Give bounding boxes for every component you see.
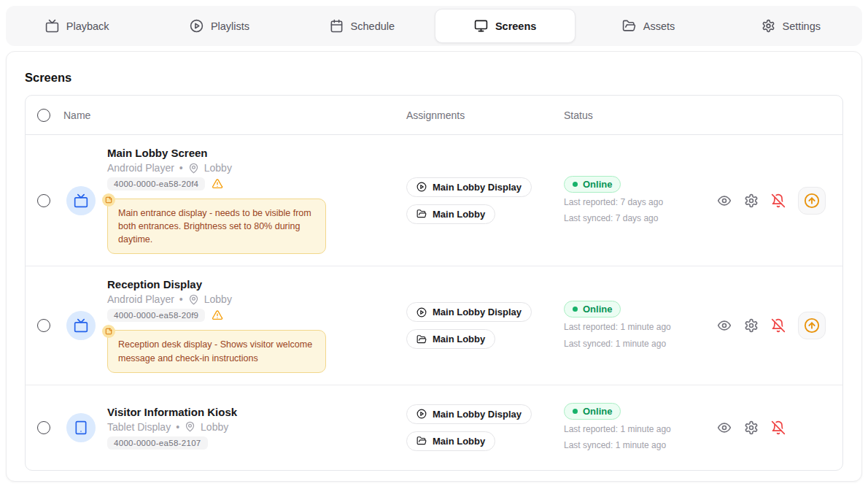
monitor-icon [474,19,488,33]
last-reported: Last reported: 1 minute ago [564,321,671,334]
device-id-badge: 4000-0000-ea58-20f4 [107,177,205,190]
assignment-label: Main Lobby [433,209,485,220]
player-type: Android Player [107,293,174,305]
screen-name: Main Lobby Screen [107,147,326,159]
circle-arrow-up-icon [804,193,820,209]
last-synced: Last synced: 1 minute ago [564,338,666,350]
screen-avatar [66,186,96,215]
screens-table: Name Assignments Status Main Lobby Scree… [25,95,843,471]
assignment-label: Main Lobby [433,334,485,344]
location-label: Lobby [204,293,232,305]
map-pin-icon [188,163,199,174]
gear-icon [762,19,775,33]
tab-schedule[interactable]: Schedule [292,9,432,43]
top-nav: Playback Playlists Schedule Screens Asse… [6,6,862,46]
assignment-folder-chip[interactable]: Main Lobby [406,204,495,224]
gear-icon [744,318,759,333]
gear-icon [744,193,759,208]
eye-icon [717,318,732,333]
online-dot-icon [573,409,578,414]
column-header-assignments: Assignments [406,109,564,121]
table-row: Visitor Information Kiosk Tablet Display… [26,385,842,470]
table-row: Main Lobby Screen Android Player • Lobby… [26,135,842,266]
play-circle-icon [416,307,427,317]
update-button[interactable] [798,312,826,339]
status-badge: Online [564,403,621,420]
screen-note: Reception desk display - Shows visitor w… [107,330,326,372]
eye-icon [717,420,732,435]
last-reported: Last reported: 7 days ago [564,196,663,209]
settings-button[interactable] [744,193,759,208]
preview-button[interactable] [717,193,732,208]
tv-icon [74,318,88,333]
assignment-label: Main Lobby Display [433,409,522,420]
separator-dot: • [179,162,183,174]
last-synced: Last synced: 1 minute ago [564,439,666,452]
tab-screens[interactable]: Screens [435,9,576,43]
preview-button[interactable] [717,318,732,333]
status-label: Online [583,406,612,417]
screen-name: Visitor Information Kiosk [107,406,237,418]
play-circle-icon [416,182,427,192]
row-checkbox[interactable] [37,319,50,332]
tab-playlists[interactable]: Playlists [150,9,289,43]
assignment-label: Main Lobby Display [433,307,522,317]
assignment-label: Main Lobby [433,436,485,447]
assignment-folder-chip[interactable]: Main Lobby [406,431,495,451]
last-reported: Last reported: 1 minute ago [564,423,671,436]
settings-button[interactable] [744,420,759,435]
update-button[interactable] [798,187,826,215]
column-header-name: Name [63,109,406,121]
player-type: Android Player [107,162,174,174]
row-checkbox[interactable] [37,421,50,434]
online-dot-icon [573,307,578,312]
circle-arrow-up-icon [804,317,820,334]
page-title: Screens [25,71,861,85]
settings-button[interactable] [744,318,759,333]
map-pin-icon [185,421,195,432]
screen-avatar [66,413,96,442]
tab-label: Assets [643,20,675,32]
status-badge: Online [564,176,621,193]
tab-label: Playback [66,20,109,32]
warning-icon [212,309,223,321]
table-row: Reception Display Android Player • Lobby… [26,266,842,385]
notifications-off-button[interactable] [771,420,786,435]
screen-subtitle: Android Player • Lobby [107,293,326,305]
gear-icon [744,420,759,435]
assignment-label: Main Lobby Display [433,182,522,193]
tab-settings[interactable]: Settings [721,9,861,43]
note-icon [102,325,115,338]
folder-icon [416,209,427,219]
column-header-status: Status [564,109,707,121]
assignment-playlist-chip[interactable]: Main Lobby Display [406,177,532,197]
bell-off-icon [771,193,786,208]
preview-button[interactable] [717,420,732,435]
status-label: Online [583,304,612,315]
notifications-off-button[interactable] [771,193,786,208]
screens-panel: Screens Name Assignments Status Main Lob… [6,51,862,482]
tab-label: Settings [783,20,821,32]
assignment-playlist-chip[interactable]: Main Lobby Display [406,302,532,322]
tab-label: Screens [495,20,536,32]
folder-icon [622,19,636,33]
bell-off-icon [771,420,786,435]
note-icon [102,193,115,207]
tab-assets[interactable]: Assets [578,9,718,43]
assignment-playlist-chip[interactable]: Main Lobby Display [406,404,532,424]
device-id-badge: 4000-0000-ea58-20f9 [107,309,205,322]
device-id-badge: 4000-0000-ea58-2107 [107,436,208,450]
select-all-checkbox[interactable] [37,109,50,122]
screen-note: Main entrance display - needs to be visi… [107,199,326,254]
online-dot-icon [573,182,578,187]
notifications-off-button[interactable] [771,318,786,333]
tab-label: Playlists [211,20,249,32]
separator-dot: • [176,421,179,433]
table-header-row: Name Assignments Status [26,96,842,135]
location-label: Lobby [201,421,228,433]
tab-playback[interactable]: Playback [7,9,147,43]
assignment-folder-chip[interactable]: Main Lobby [406,329,495,349]
note-text: Main entrance display - needs to be visi… [118,208,311,244]
folder-icon [416,436,427,446]
row-checkbox[interactable] [37,194,50,207]
